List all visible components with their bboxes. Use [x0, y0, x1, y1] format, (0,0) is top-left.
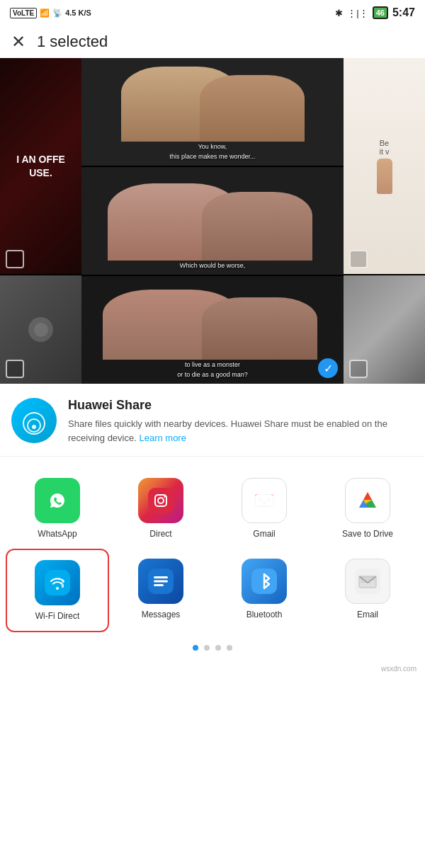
bluetooth-icon: ✱: [335, 8, 343, 18]
meme-frame-3[interactable]: to live as a monster or to die as a good…: [81, 276, 344, 384]
photo-col-right: Beit v: [344, 58, 425, 384]
divider: [0, 456, 425, 457]
close-button[interactable]: ✕: [11, 33, 26, 50]
bluetooth-label: Bluetooth: [246, 610, 283, 619]
svg-point-4: [164, 496, 165, 497]
meme-frame-2[interactable]: Which would be worse,: [81, 167, 344, 275]
wifi-direct-label: Wi-Fi Direct: [35, 611, 80, 621]
meme-text-4: to live as a monster: [182, 360, 243, 370]
checkbox-empty[interactable]: [6, 250, 24, 268]
whatsapp-icon: [35, 478, 80, 523]
app-item-gmail[interactable]: Gmail: [212, 468, 316, 549]
photo-grid: I AN OFFEUSE. You know, this place makes…: [0, 58, 425, 384]
direct-icon: [138, 478, 183, 523]
wifi-icon: 📡: [52, 8, 62, 18]
battery-indicator: 46: [373, 6, 388, 19]
drive-icon: [345, 478, 390, 523]
huawei-share-text: Huawei Share Share files quickly with ne…: [68, 398, 414, 445]
huawei-share-title: Huawei Share: [68, 398, 414, 413]
dot-2: [204, 645, 210, 651]
photo-item-dark[interactable]: I AN OFFEUSE.: [0, 58, 81, 274]
checkbox-empty-4[interactable]: [349, 360, 368, 378]
status-left: VoLTE 📶 📡 4.5 K/S: [10, 8, 91, 18]
photo-item-bw[interactable]: [344, 275, 425, 384]
dot-4: [227, 645, 232, 651]
app-grid: WhatsApp Direct: [0, 462, 425, 638]
gmail-label: Gmail: [253, 529, 275, 539]
meme-text-3: Which would be worse,: [177, 261, 249, 270]
wifi-rings: [23, 412, 45, 429]
status-right: ✱ ⋮|⋮ 46 5:47: [335, 6, 415, 19]
app-item-whatsapp[interactable]: WhatsApp: [6, 468, 109, 549]
app-item-wifi-direct[interactable]: Wi-Fi Direct: [6, 549, 109, 632]
meme-text-5: or to die as a good man?: [174, 370, 251, 379]
checkbox-empty-2[interactable]: [6, 360, 24, 378]
dark-photo-text: I AN OFFEUSE.: [11, 147, 71, 184]
status-bar: VoLTE 📶 📡 4.5 K/S ✱ ⋮|⋮ 46 5:47: [0, 0, 425, 25]
email-label: Email: [357, 610, 378, 619]
selected-count-title: 1 selected: [37, 33, 108, 51]
svg-rect-16: [62, 581, 64, 583]
svg-rect-21: [154, 584, 164, 586]
app-item-drive[interactable]: Save to Drive: [316, 468, 419, 549]
whatsapp-label: WhatsApp: [38, 529, 76, 539]
top-bar: ✕ 1 selected: [0, 25, 425, 58]
signal-bars: 📶: [40, 8, 50, 18]
app-item-direct[interactable]: Direct: [109, 468, 212, 549]
learn-more-link[interactable]: Learn more: [139, 433, 186, 443]
dot-3: [215, 645, 221, 651]
wifi-dot: [32, 425, 36, 429]
svg-rect-17: [62, 579, 64, 581]
meme-frame-1[interactable]: You know, this place makes me wonder...: [81, 58, 344, 166]
photo-item-light[interactable]: Beit v: [344, 58, 425, 274]
watermark: wsxdn.com: [0, 662, 425, 675]
photo-item-hand-bottom[interactable]: [0, 275, 81, 384]
svg-rect-1: [148, 488, 174, 513]
time-display: 5:47: [392, 6, 415, 19]
bluetooth-icon: [242, 559, 287, 604]
svg-rect-15: [62, 584, 64, 588]
messages-icon: [138, 559, 183, 604]
huawei-share-section: Huawei Share Share files quickly with ne…: [0, 384, 425, 456]
meme-text-2: this place makes me wonder...: [166, 152, 258, 161]
checkmark-selected: ✓: [318, 358, 338, 378]
meme-text-1: You know,: [196, 142, 230, 152]
volte-badge: VoLTE: [10, 8, 37, 18]
speed-text: 4.5 K/S: [65, 8, 91, 17]
messages-label: Messages: [142, 610, 181, 619]
svg-rect-20: [154, 581, 168, 583]
email-icon: [345, 559, 390, 604]
vibrate-icon: ⋮|⋮: [347, 8, 368, 18]
direct-label: Direct: [149, 529, 171, 539]
checkbox-empty-3[interactable]: [349, 250, 368, 268]
huawei-share-description: Share files quickly with nearby devices.…: [68, 417, 414, 445]
app-item-email[interactable]: Email: [316, 549, 419, 632]
photo-col-meme[interactable]: You know, this place makes me wonder... …: [81, 58, 344, 384]
app-item-messages[interactable]: Messages: [109, 549, 212, 632]
app-item-bluetooth[interactable]: Bluetooth: [212, 549, 316, 632]
gmail-icon: [242, 478, 287, 523]
svg-rect-19: [154, 576, 168, 578]
wifi-direct-icon: [35, 560, 80, 605]
photo-col-left: I AN OFFEUSE.: [0, 58, 81, 384]
page-indicators: [0, 638, 425, 662]
drive-label: Save to Drive: [342, 529, 393, 539]
dot-1: [193, 645, 198, 651]
huawei-share-icon[interactable]: [11, 398, 57, 443]
